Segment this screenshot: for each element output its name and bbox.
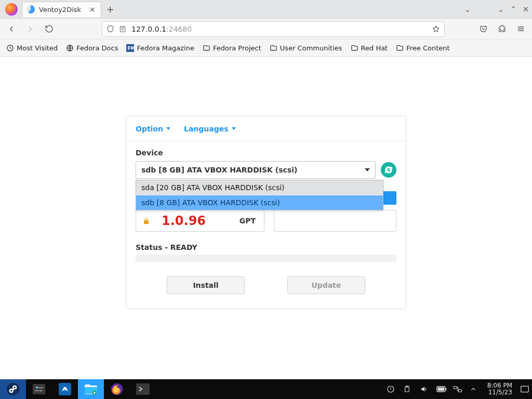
taskbar-files[interactable]: [78, 379, 104, 399]
ventoy-in-package-panel: 1.0.96 GPT: [136, 210, 264, 232]
taskbar-clock[interactable]: 8:06 PM 11/5/23: [484, 382, 517, 396]
svg-rect-24: [521, 386, 528, 392]
tab-title: Ventoy2Disk: [39, 6, 81, 14]
svg-rect-20: [445, 388, 446, 391]
tab-close-icon[interactable]: ×: [89, 5, 96, 14]
tray-clipboard-icon[interactable]: [403, 385, 413, 393]
svg-rect-6: [33, 384, 45, 394]
system-tray: [381, 385, 484, 393]
nav-reload-button[interactable]: [43, 23, 55, 35]
bookmark-red-hat[interactable]: Red Hat: [351, 44, 388, 52]
window-close-icon[interactable]: ✕: [520, 5, 532, 14]
bookmark-free-content[interactable]: Free Content: [396, 44, 449, 52]
svg-rect-15: [136, 383, 150, 395]
tray-volume-icon[interactable]: [420, 385, 429, 393]
card-menu-bar: Option Languages: [126, 116, 406, 141]
tray-update-icon[interactable]: [387, 385, 396, 393]
ventoy-in-device-panel: [274, 210, 396, 232]
extensions-icon[interactable]: [496, 23, 508, 35]
svg-rect-23: [458, 390, 461, 392]
page-info-icon[interactable]: [119, 25, 127, 33]
tracking-shield-icon[interactable]: [107, 25, 115, 33]
tab-strip: Ventoy2Disk × + ⌄ ⌄ ⌃ ✕: [0, 0, 532, 19]
bookmark-fedora-magazine[interactable]: FM Fedora Magazine: [126, 44, 194, 52]
device-option-sdb[interactable]: sdb [8 GB] ATA VBOX HARDDISK (scsi): [136, 195, 383, 210]
svg-rect-8: [38, 387, 43, 388]
pocket-icon[interactable]: [477, 23, 489, 35]
taskbar-firefox[interactable]: [104, 379, 130, 399]
bookmark-most-visited[interactable]: Most Visited: [6, 44, 58, 52]
caret-down-icon: [166, 127, 170, 130]
tray-network-icon[interactable]: [453, 385, 462, 393]
clock-date: 11/5/23: [487, 389, 512, 396]
partition-style: GPT: [240, 217, 256, 225]
address-bar: 127.0.0.1:24680: [0, 19, 532, 39]
tray-battery-icon[interactable]: [436, 386, 446, 392]
tab-favicon: [26, 5, 35, 14]
device-option-sda[interactable]: sda [20 GB] ATA VBOX HARDDISK (scsi): [136, 180, 383, 195]
svg-point-9: [40, 390, 42, 392]
taskbar-discover[interactable]: [52, 379, 78, 399]
button-row: Install Update: [126, 262, 406, 294]
menu-languages[interactable]: Languages: [184, 125, 236, 133]
secure-boot-lock-icon: [142, 217, 150, 225]
svg-point-7: [36, 387, 38, 389]
tray-expand-icon[interactable]: [470, 385, 479, 393]
nav-back-button[interactable]: [5, 23, 18, 35]
bookmark-user-communities[interactable]: User Communities: [270, 44, 342, 52]
svg-rect-0: [120, 26, 125, 32]
update-button[interactable]: Update: [287, 276, 365, 294]
device-dropdown: sda [20 GB] ATA VBOX HARDDISK (scsi) sdb…: [136, 180, 383, 210]
taskbar-terminal[interactable]: [130, 379, 156, 399]
svg-rect-21: [437, 388, 444, 391]
svg-rect-22: [454, 387, 457, 389]
taskbar: 8:06 PM 11/5/23: [0, 379, 532, 399]
bookmark-fedora-docs[interactable]: Fedora Docs: [66, 44, 118, 52]
taskbar-settings[interactable]: [26, 379, 52, 399]
window-minimize-icon[interactable]: ⌄: [495, 5, 507, 14]
nav-forward-button[interactable]: [24, 23, 36, 35]
bookmark-fedora-project[interactable]: Fedora Project: [203, 44, 261, 52]
bookmark-star-icon[interactable]: [432, 25, 440, 33]
url-text: 127.0.0.1:24680: [131, 25, 428, 33]
device-refresh-button[interactable]: [381, 162, 396, 178]
progress-bar: [136, 255, 396, 262]
menu-option[interactable]: Option: [136, 125, 170, 133]
install-button[interactable]: Install: [167, 276, 245, 294]
bookmarks-bar: Most Visited Fedora Docs FM Fedora Magaz…: [0, 39, 532, 57]
taskbar-show-desktop[interactable]: [517, 379, 532, 399]
dropdown-caret-icon: [365, 168, 370, 171]
url-box[interactable]: 127.0.0.1:24680: [102, 21, 445, 37]
device-selected-text: sdb [8 GB] ATA VBOX HARDDISK (scsi): [141, 166, 297, 174]
page-content: Option Languages Device sdb [8 GB] ATA V…: [0, 57, 532, 379]
firefox-icon: [5, 3, 18, 16]
new-tab-button[interactable]: +: [107, 4, 114, 15]
svg-rect-10: [35, 390, 39, 391]
device-section: Device sdb [8 GB] ATA VBOX HARDDISK (scs…: [126, 141, 406, 179]
taskbar-fedora-menu[interactable]: [0, 379, 26, 399]
window-maximize-icon[interactable]: ⌃: [507, 5, 520, 14]
device-select[interactable]: sdb [8 GB] ATA VBOX HARDDISK (scsi): [136, 161, 376, 179]
status-text: Status - READY: [126, 232, 406, 251]
browser-tab[interactable]: Ventoy2Disk ×: [22, 2, 101, 17]
device-label: Device: [136, 149, 396, 157]
tabs-overflow-icon[interactable]: ⌄: [461, 5, 474, 14]
app-menu-icon[interactable]: [514, 23, 527, 35]
caret-down-icon: [232, 127, 236, 130]
ventoy-card: Option Languages Device sdb [8 GB] ATA V…: [126, 116, 406, 309]
svg-text:FM: FM: [128, 46, 134, 51]
ventoy-version: 1.0.96: [162, 214, 206, 228]
